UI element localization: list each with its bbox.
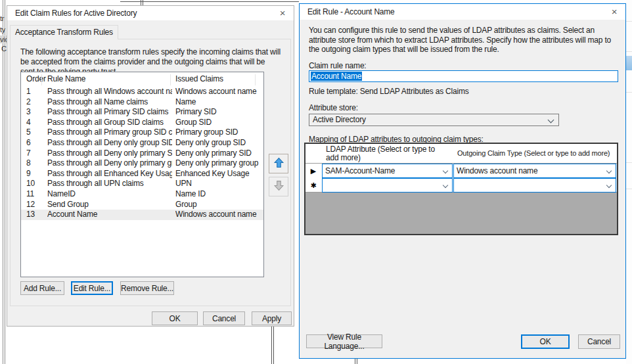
background-window-edge <box>120 1 299 2</box>
table-row[interactable]: 7Pass through all Deny only primary SID … <box>21 148 263 159</box>
table-cell: Pass through all Deny only primary group… <box>47 158 172 169</box>
outgoing-claim-type-select[interactable]: Windows account name <box>453 164 616 178</box>
table-cell: Group SID <box>175 118 261 128</box>
arrow-down-icon <box>273 180 284 193</box>
chevron-down-icon <box>548 117 554 124</box>
claim-rule-name-input[interactable]: Account Name <box>309 70 618 82</box>
view-rule-language-button[interactable]: View Rule Language... <box>306 334 382 348</box>
table-cell: 5 <box>26 127 30 138</box>
table-cell: Pass through all Name claims <box>47 97 172 108</box>
cancel-button[interactable]: Cancel <box>578 334 620 349</box>
current-row-icon: ▶ <box>305 164 321 178</box>
edit-rule-dialog: Edit Rule - Account Name × You can confi… <box>299 3 626 359</box>
table-cell: Windows account name <box>175 87 261 97</box>
edit-claim-rules-dialog: Edit Claim Rules for Active Directory × … <box>7 5 294 327</box>
table-cell: UPN <box>175 179 261 189</box>
table-row[interactable]: 12Send GroupGroup <box>21 200 263 210</box>
table-row[interactable]: 8Pass through all Deny only primary grou… <box>21 158 263 169</box>
new-row-icon: ✱ <box>305 178 321 193</box>
table-row[interactable]: 4Pass through all Group SID claimsGroup … <box>21 118 263 128</box>
edit-rule-button[interactable]: Edit Rule... <box>71 281 113 295</box>
table-row[interactable]: 6Pass through all Deny only group SID cl… <box>21 138 263 148</box>
remove-rule-button[interactable]: Remove Rule... <box>120 281 174 295</box>
rule-template-text: Rule template: Send LDAP Attributes as C… <box>309 87 469 96</box>
table-cell: 2 <box>26 97 30 108</box>
background-text-fragment: ty <box>0 26 6 34</box>
background-window-edge <box>273 327 274 364</box>
tab-page: The following acceptance transform rules… <box>10 39 291 306</box>
table-cell: Deny only primary SID <box>175 148 261 159</box>
table-cell: Primary SID <box>175 107 261 118</box>
background-window-edge <box>271 327 272 364</box>
table-row[interactable]: 10Pass through all UPN claimsUPN <box>21 179 263 189</box>
ok-button[interactable]: OK <box>521 334 570 349</box>
table-row[interactable]: 2Pass through all Name claimsName <box>21 97 263 108</box>
ldap-attribute-select[interactable] <box>322 178 453 193</box>
table-row[interactable]: 9Pass through all Enhanced Key Usage cl.… <box>21 169 263 179</box>
table-cell: Enhanced Key Usage <box>175 169 261 179</box>
table-cell: Pass through all UPN claims <box>47 179 172 189</box>
background-window-edge <box>143 0 143 5</box>
ldap-attribute-value: SAM-Account-Name <box>325 166 395 175</box>
chevron-down-icon <box>443 168 448 173</box>
ok-button[interactable]: OK <box>152 311 198 325</box>
apply-button[interactable]: Apply <box>252 311 292 325</box>
grid-new-row: ✱ <box>305 178 617 193</box>
title-bar: Edit Claim Rules for Active Directory × <box>7 6 294 20</box>
claim-rules-list[interactable]: Order Rule Name Issued Claims 1Pass thro… <box>20 72 264 277</box>
table-cell: Pass through all Deny only group SID cla… <box>47 138 172 148</box>
table-row[interactable]: 13Account NameWindows account name <box>21 210 263 220</box>
table-row[interactable]: 11NameIDName ID <box>21 189 263 200</box>
table-cell: 1 <box>26 87 30 97</box>
table-cell: 13 <box>26 210 35 220</box>
grid-row: ▶ SAM-Account-Name Windows account name <box>305 164 617 178</box>
close-icon[interactable]: × <box>604 4 624 20</box>
table-row[interactable]: 1Pass through all Windows account name..… <box>21 87 263 97</box>
background-window-edge <box>141 0 141 5</box>
table-row[interactable]: 5Pass through all Primary group SID clai… <box>21 127 263 138</box>
table-cell: Pass through all Primary group SID claim… <box>47 127 172 138</box>
background-window-edge <box>355 359 355 364</box>
cancel-button[interactable]: Cancel <box>203 311 245 325</box>
table-row[interactable]: 3Pass through all Primary SID claimsPrim… <box>21 107 263 118</box>
attribute-store-select[interactable]: Active Directory <box>309 114 559 126</box>
claim-rule-name-label: Claim rule name: <box>309 61 367 70</box>
move-up-button[interactable] <box>269 154 288 173</box>
table-cell: 4 <box>26 118 30 128</box>
column-header-rule-name[interactable]: Rule Name <box>47 74 85 83</box>
column-header-ldap-attribute: LDAP Attribute (Select or type to add mo… <box>326 145 449 162</box>
background-text-fragment: tr <box>0 14 6 22</box>
chevron-down-icon <box>443 183 448 188</box>
list-header: Order Rule Name Issued Claims <box>21 72 263 86</box>
outgoing-claim-type-select[interactable] <box>453 178 616 193</box>
table-cell: Pass through all Enhanced Key Usage cl..… <box>47 169 172 179</box>
close-icon[interactable]: × <box>273 6 292 20</box>
chevron-down-icon <box>606 183 612 188</box>
table-cell: Pass through all Primary SID claims <box>47 107 172 118</box>
attribute-store-label: Attribute store: <box>309 103 358 112</box>
attribute-store-value: Active Directory <box>313 115 366 124</box>
table-cell: 3 <box>26 107 30 118</box>
table-cell: 8 <box>26 158 30 169</box>
column-divider <box>255 74 256 85</box>
outgoing-claim-type-value: Windows account name <box>457 166 537 175</box>
tab-acceptance-transform-rules[interactable]: Acceptance Transform Rules <box>10 25 118 39</box>
table-cell: NameID <box>47 189 172 200</box>
chevron-down-icon <box>606 168 612 173</box>
dialog-title: Edit Claim Rules for Active Directory <box>15 6 137 20</box>
move-down-button[interactable] <box>269 177 288 196</box>
column-header-issued-claims[interactable]: Issued Claims <box>175 74 223 83</box>
table-cell: 11 <box>26 189 34 200</box>
table-cell: Primary group SID <box>175 127 261 138</box>
column-header-order[interactable]: Order <box>26 74 46 83</box>
add-rule-button[interactable]: Add Rule... <box>20 281 64 295</box>
table-cell: 6 <box>26 138 30 148</box>
table-cell: Name ID <box>175 189 261 200</box>
title-bar: Edit Rule - Account Name × <box>300 4 625 20</box>
rule-description: You can configure this rule to send the … <box>309 26 621 55</box>
table-cell: Pass through all Group SID claims <box>47 118 172 128</box>
table-cell: Windows account name <box>175 210 261 220</box>
ldap-attribute-select[interactable]: SAM-Account-Name <box>322 164 453 178</box>
table-cell: Pass through all Windows account name... <box>47 87 172 97</box>
table-cell: Send Group <box>47 200 172 210</box>
